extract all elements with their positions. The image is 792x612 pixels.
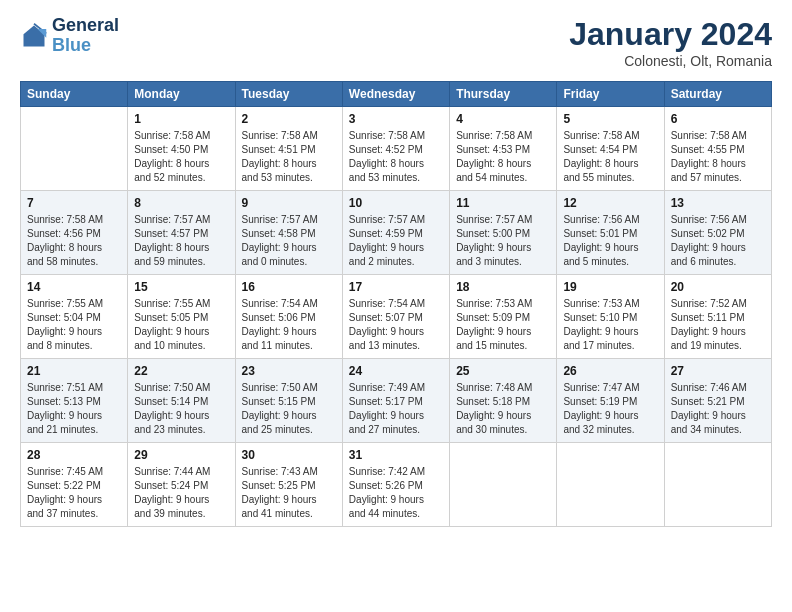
calendar-cell: 27Sunrise: 7:46 AMSunset: 5:21 PMDayligh… (664, 359, 771, 443)
day-number: 26 (563, 364, 657, 378)
calendar-cell: 21Sunrise: 7:51 AMSunset: 5:13 PMDayligh… (21, 359, 128, 443)
day-number: 22 (134, 364, 228, 378)
calendar-cell: 16Sunrise: 7:54 AMSunset: 5:06 PMDayligh… (235, 275, 342, 359)
day-number: 12 (563, 196, 657, 210)
subtitle: Colonesti, Olt, Romania (569, 53, 772, 69)
calendar-cell: 17Sunrise: 7:54 AMSunset: 5:07 PMDayligh… (342, 275, 449, 359)
day-info: Sunrise: 7:56 AMSunset: 5:02 PMDaylight:… (671, 213, 765, 269)
weekday-header: Wednesday (342, 82, 449, 107)
day-info: Sunrise: 7:55 AMSunset: 5:04 PMDaylight:… (27, 297, 121, 353)
calendar-week-row: 21Sunrise: 7:51 AMSunset: 5:13 PMDayligh… (21, 359, 772, 443)
day-number: 18 (456, 280, 550, 294)
day-info: Sunrise: 7:58 AMSunset: 4:50 PMDaylight:… (134, 129, 228, 185)
calendar-cell: 29Sunrise: 7:44 AMSunset: 5:24 PMDayligh… (128, 443, 235, 527)
calendar-week-row: 28Sunrise: 7:45 AMSunset: 5:22 PMDayligh… (21, 443, 772, 527)
weekday-header: Sunday (21, 82, 128, 107)
calendar-cell: 30Sunrise: 7:43 AMSunset: 5:25 PMDayligh… (235, 443, 342, 527)
day-info: Sunrise: 7:52 AMSunset: 5:11 PMDaylight:… (671, 297, 765, 353)
day-info: Sunrise: 7:57 AMSunset: 4:57 PMDaylight:… (134, 213, 228, 269)
weekday-header: Saturday (664, 82, 771, 107)
calendar-cell: 19Sunrise: 7:53 AMSunset: 5:10 PMDayligh… (557, 275, 664, 359)
day-number: 3 (349, 112, 443, 126)
calendar-cell (450, 443, 557, 527)
day-number: 7 (27, 196, 121, 210)
calendar-cell: 11Sunrise: 7:57 AMSunset: 5:00 PMDayligh… (450, 191, 557, 275)
calendar-cell: 7Sunrise: 7:58 AMSunset: 4:56 PMDaylight… (21, 191, 128, 275)
calendar-cell: 20Sunrise: 7:52 AMSunset: 5:11 PMDayligh… (664, 275, 771, 359)
calendar-cell: 8Sunrise: 7:57 AMSunset: 4:57 PMDaylight… (128, 191, 235, 275)
day-info: Sunrise: 7:42 AMSunset: 5:26 PMDaylight:… (349, 465, 443, 521)
day-number: 19 (563, 280, 657, 294)
day-number: 1 (134, 112, 228, 126)
day-number: 8 (134, 196, 228, 210)
calendar-cell: 24Sunrise: 7:49 AMSunset: 5:17 PMDayligh… (342, 359, 449, 443)
calendar-cell: 3Sunrise: 7:58 AMSunset: 4:52 PMDaylight… (342, 107, 449, 191)
day-number: 13 (671, 196, 765, 210)
calendar-cell: 31Sunrise: 7:42 AMSunset: 5:26 PMDayligh… (342, 443, 449, 527)
day-info: Sunrise: 7:58 AMSunset: 4:53 PMDaylight:… (456, 129, 550, 185)
day-info: Sunrise: 7:57 AMSunset: 4:59 PMDaylight:… (349, 213, 443, 269)
calendar: SundayMondayTuesdayWednesdayThursdayFrid… (20, 81, 772, 527)
day-number: 16 (242, 280, 336, 294)
day-number: 25 (456, 364, 550, 378)
day-info: Sunrise: 7:55 AMSunset: 5:05 PMDaylight:… (134, 297, 228, 353)
day-info: Sunrise: 7:48 AMSunset: 5:18 PMDaylight:… (456, 381, 550, 437)
day-number: 2 (242, 112, 336, 126)
calendar-cell (21, 107, 128, 191)
calendar-cell: 14Sunrise: 7:55 AMSunset: 5:04 PMDayligh… (21, 275, 128, 359)
day-number: 31 (349, 448, 443, 462)
day-number: 27 (671, 364, 765, 378)
day-number: 9 (242, 196, 336, 210)
calendar-cell: 15Sunrise: 7:55 AMSunset: 5:05 PMDayligh… (128, 275, 235, 359)
day-info: Sunrise: 7:57 AMSunset: 5:00 PMDaylight:… (456, 213, 550, 269)
weekday-header: Friday (557, 82, 664, 107)
day-info: Sunrise: 7:54 AMSunset: 5:07 PMDaylight:… (349, 297, 443, 353)
page: General Blue January 2024 Colonesti, Olt… (0, 0, 792, 612)
weekday-header: Thursday (450, 82, 557, 107)
calendar-cell (664, 443, 771, 527)
calendar-cell: 9Sunrise: 7:57 AMSunset: 4:58 PMDaylight… (235, 191, 342, 275)
day-number: 10 (349, 196, 443, 210)
day-number: 11 (456, 196, 550, 210)
title-block: January 2024 Colonesti, Olt, Romania (569, 16, 772, 69)
day-info: Sunrise: 7:46 AMSunset: 5:21 PMDaylight:… (671, 381, 765, 437)
logo-icon (20, 22, 48, 50)
day-number: 23 (242, 364, 336, 378)
calendar-cell: 4Sunrise: 7:58 AMSunset: 4:53 PMDaylight… (450, 107, 557, 191)
day-info: Sunrise: 7:43 AMSunset: 5:25 PMDaylight:… (242, 465, 336, 521)
main-title: January 2024 (569, 16, 772, 53)
day-number: 17 (349, 280, 443, 294)
calendar-cell: 5Sunrise: 7:58 AMSunset: 4:54 PMDaylight… (557, 107, 664, 191)
calendar-cell: 1Sunrise: 7:58 AMSunset: 4:50 PMDaylight… (128, 107, 235, 191)
day-info: Sunrise: 7:47 AMSunset: 5:19 PMDaylight:… (563, 381, 657, 437)
day-number: 4 (456, 112, 550, 126)
day-number: 28 (27, 448, 121, 462)
day-number: 15 (134, 280, 228, 294)
day-info: Sunrise: 7:58 AMSunset: 4:54 PMDaylight:… (563, 129, 657, 185)
weekday-header: Tuesday (235, 82, 342, 107)
calendar-cell: 28Sunrise: 7:45 AMSunset: 5:22 PMDayligh… (21, 443, 128, 527)
day-info: Sunrise: 7:53 AMSunset: 5:09 PMDaylight:… (456, 297, 550, 353)
calendar-header-row: SundayMondayTuesdayWednesdayThursdayFrid… (21, 82, 772, 107)
day-number: 20 (671, 280, 765, 294)
calendar-cell: 25Sunrise: 7:48 AMSunset: 5:18 PMDayligh… (450, 359, 557, 443)
day-info: Sunrise: 7:56 AMSunset: 5:01 PMDaylight:… (563, 213, 657, 269)
calendar-cell: 10Sunrise: 7:57 AMSunset: 4:59 PMDayligh… (342, 191, 449, 275)
day-number: 24 (349, 364, 443, 378)
calendar-cell: 26Sunrise: 7:47 AMSunset: 5:19 PMDayligh… (557, 359, 664, 443)
day-number: 29 (134, 448, 228, 462)
day-info: Sunrise: 7:53 AMSunset: 5:10 PMDaylight:… (563, 297, 657, 353)
day-info: Sunrise: 7:44 AMSunset: 5:24 PMDaylight:… (134, 465, 228, 521)
calendar-week-row: 14Sunrise: 7:55 AMSunset: 5:04 PMDayligh… (21, 275, 772, 359)
logo: General Blue (20, 16, 119, 56)
day-info: Sunrise: 7:50 AMSunset: 5:14 PMDaylight:… (134, 381, 228, 437)
calendar-cell: 6Sunrise: 7:58 AMSunset: 4:55 PMDaylight… (664, 107, 771, 191)
calendar-week-row: 1Sunrise: 7:58 AMSunset: 4:50 PMDaylight… (21, 107, 772, 191)
calendar-cell (557, 443, 664, 527)
day-info: Sunrise: 7:51 AMSunset: 5:13 PMDaylight:… (27, 381, 121, 437)
calendar-cell: 22Sunrise: 7:50 AMSunset: 5:14 PMDayligh… (128, 359, 235, 443)
day-info: Sunrise: 7:50 AMSunset: 5:15 PMDaylight:… (242, 381, 336, 437)
day-number: 6 (671, 112, 765, 126)
calendar-cell: 2Sunrise: 7:58 AMSunset: 4:51 PMDaylight… (235, 107, 342, 191)
day-number: 14 (27, 280, 121, 294)
